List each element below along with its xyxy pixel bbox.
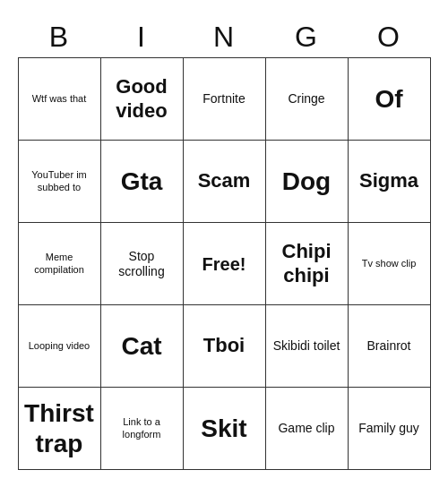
bingo-cell: Stop scrolling xyxy=(101,223,184,305)
cell-text: Tboi xyxy=(203,334,245,357)
bingo-cell: Fortnite xyxy=(184,58,266,141)
bingo-cell: Scam xyxy=(184,141,266,223)
cell-text: Tv show clip xyxy=(362,258,417,269)
bingo-cell: Dog xyxy=(266,141,349,223)
bingo-cell: Looping video xyxy=(19,305,101,388)
cell-text: Brainrot xyxy=(366,338,410,354)
bingo-letter: N xyxy=(183,21,265,54)
bingo-cell: Skibidi toilet xyxy=(266,305,349,388)
bingo-cell: YouTuber im subbed to xyxy=(19,141,101,223)
bingo-cell: Skit xyxy=(184,388,266,470)
bingo-letter: B xyxy=(18,21,100,54)
bingo-cell: Game clip xyxy=(266,388,349,470)
cell-text: Family guy xyxy=(358,421,419,436)
cell-text: Free! xyxy=(202,253,246,275)
bingo-cell: Link to a longform xyxy=(101,388,184,470)
bingo-cell: Cat xyxy=(101,305,184,388)
bingo-grid: Wtf was thatGood videoFortniteCringeOfYo… xyxy=(18,57,431,470)
bingo-cell: Wtf was that xyxy=(19,58,101,141)
cell-text: Fortnite xyxy=(202,91,245,107)
bingo-cell: Family guy xyxy=(349,388,431,470)
bingo-cell: Of xyxy=(349,58,431,141)
cell-text: Dog xyxy=(282,167,331,197)
cell-text: Cringe xyxy=(288,91,324,107)
bingo-cell: Sigma xyxy=(349,141,431,223)
cell-text: Game clip xyxy=(278,421,334,436)
bingo-letter: G xyxy=(265,21,348,54)
cell-text: Stop scrolling xyxy=(105,249,179,279)
cell-text: Link to a longform xyxy=(105,416,179,440)
bingo-letters-row: BINGO xyxy=(18,21,430,54)
cell-text: Skibidi toilet xyxy=(273,338,340,354)
cell-text: Scam xyxy=(198,169,251,192)
bingo-cell: Gta xyxy=(101,141,184,223)
cell-text: Looping video xyxy=(29,340,90,352)
cell-text: Wtf was that xyxy=(32,93,87,105)
bingo-cell: Brainrot xyxy=(349,305,431,388)
cell-text: Meme compilation xyxy=(22,252,97,275)
cell-text: Chipi chipi xyxy=(270,240,344,287)
bingo-cell: Tboi xyxy=(184,305,266,388)
bingo-cell: Tv show clip xyxy=(349,223,431,305)
bingo-cell: Chipi chipi xyxy=(266,223,349,305)
bingo-cell: Good video xyxy=(101,58,184,141)
bingo-cell: Thirst trap xyxy=(19,388,101,470)
cell-text: Cat xyxy=(121,331,161,362)
bingo-letter: O xyxy=(348,21,430,54)
cell-text: YouTuber im subbed to xyxy=(22,169,97,192)
bingo-cell: Meme compilation xyxy=(19,223,101,305)
cell-text: Skit xyxy=(201,414,246,444)
cell-text: Sigma xyxy=(359,169,418,192)
bingo-letter: I xyxy=(100,21,183,54)
cell-text: Thirst trap xyxy=(22,398,97,458)
bingo-cell: Cringe xyxy=(266,58,349,141)
bingo-card: BINGO Wtf was thatGood videoFortniteCrin… xyxy=(9,8,440,479)
cell-text: Of xyxy=(375,84,402,115)
cell-text: Good video xyxy=(105,75,179,123)
cell-text: Gta xyxy=(121,167,163,197)
bingo-cell: Free! xyxy=(184,223,266,305)
